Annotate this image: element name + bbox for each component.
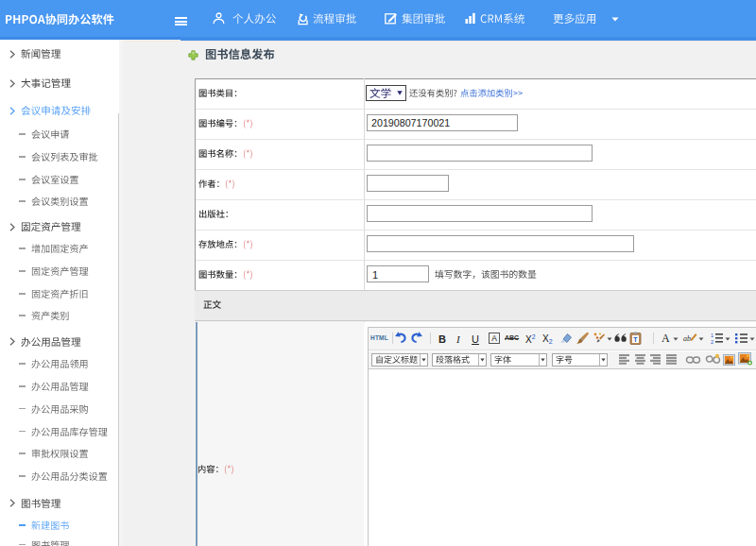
svg-text:1: 1 <box>711 333 713 338</box>
svg-text:ab: ab <box>683 334 691 343</box>
svg-text:T: T <box>633 336 638 343</box>
svg-text:2: 2 <box>711 338 713 344</box>
